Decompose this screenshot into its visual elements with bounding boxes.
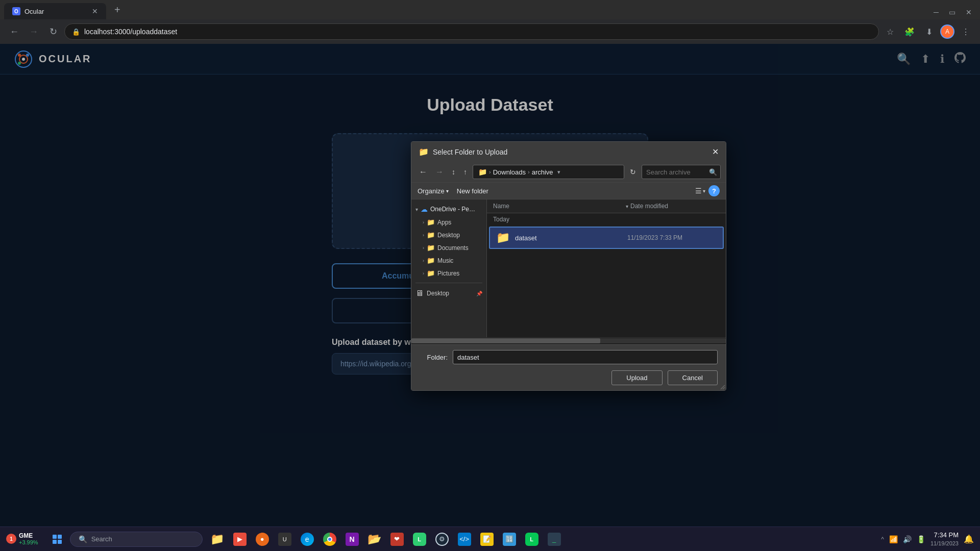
music-expand-icon: › bbox=[423, 258, 424, 263]
taskbar: 1 GME +3.99% 🔍 Search 📁 bbox=[0, 527, 980, 551]
dialog-refresh-button[interactable]: ↻ bbox=[627, 166, 639, 178]
minimize-button[interactable]: ─ bbox=[929, 6, 943, 18]
dialog-forward-button[interactable]: → bbox=[433, 166, 446, 178]
file-dialog: 📁 Select Folder to Upload ✕ ← → ↕ ↑ 📁 › … bbox=[411, 141, 726, 391]
system-tray-expand[interactable]: ^ bbox=[881, 536, 884, 543]
desktop-folder-icon: 📁 bbox=[427, 231, 435, 239]
breadcrumb-separator-2: › bbox=[528, 169, 530, 175]
sidebar-item-desktop[interactable]: › 📁 Desktop bbox=[411, 229, 486, 241]
dialog-title-icon: 📁 bbox=[419, 147, 429, 157]
col-date-header[interactable]: Date modified bbox=[630, 203, 720, 210]
taskbar-app-sticky[interactable]: 📝 bbox=[476, 529, 498, 550]
onedrive-item[interactable]: ▾ ☁ OneDrive - Perso... bbox=[411, 203, 486, 216]
dialog-close-button[interactable]: ✕ bbox=[712, 147, 719, 157]
breadcrumb-expand-icon[interactable]: ▾ bbox=[557, 169, 560, 176]
stock-change: +3.99% bbox=[19, 539, 38, 546]
folder-name-row: Folder: bbox=[420, 350, 718, 364]
reload-button[interactable]: ↻ bbox=[45, 23, 61, 40]
dialog-up-button[interactable]: ↕ bbox=[449, 166, 458, 178]
maximize-button[interactable]: ▭ bbox=[945, 6, 960, 18]
sidebar-item-pictures[interactable]: › 📁 Pictures bbox=[411, 267, 486, 280]
dialog-scrollbar-track[interactable] bbox=[411, 338, 726, 343]
sidebar-item-apps[interactable]: › 📁 Apps bbox=[411, 216, 486, 229]
documents-label: Documents bbox=[437, 244, 469, 252]
file-item-dataset[interactable]: 📁 dataset 11/19/2023 7:33 PM bbox=[489, 227, 724, 249]
pictures-folder-icon: 📁 bbox=[427, 269, 435, 277]
taskbar-app-terminal[interactable]: _ bbox=[544, 529, 565, 550]
dialog-recent-button[interactable]: ↑ bbox=[461, 166, 470, 178]
menu-button[interactable]: ⋮ bbox=[958, 23, 974, 40]
back-button[interactable]: ← bbox=[6, 23, 22, 40]
dialog-cancel-button[interactable]: Cancel bbox=[668, 370, 718, 385]
extensions-button[interactable]: 🧩 bbox=[901, 23, 918, 40]
documents-folder-icon: 📁 bbox=[427, 244, 435, 252]
time-display[interactable]: 7:34 PM 11/19/2023 bbox=[930, 531, 959, 547]
stock-ticker-symbol: GME bbox=[19, 532, 38, 539]
new-folder-button[interactable]: New folder bbox=[457, 187, 488, 195]
dialog-back-button[interactable]: ← bbox=[416, 166, 430, 178]
sidebar-item-desktop-pinned[interactable]: 🖥 Desktop 📌 bbox=[411, 286, 486, 300]
file-list-area: Name ▾ Date modified Today 📁 dataset 11/… bbox=[487, 199, 726, 337]
taskbar-app-chrome[interactable] bbox=[319, 529, 340, 550]
taskbar-app-red[interactable]: ▶ bbox=[229, 529, 251, 550]
dialog-search-button[interactable]: 🔍 bbox=[706, 168, 720, 176]
view-toggle-button[interactable]: ☰ ▾ bbox=[695, 187, 705, 195]
forward-button[interactable]: → bbox=[26, 23, 42, 40]
taskbar-app-vscode[interactable]: </> bbox=[454, 529, 475, 550]
sidebar-item-documents[interactable]: › 📁 Documents bbox=[411, 241, 486, 254]
dialog-resize-handle[interactable] bbox=[718, 382, 726, 390]
taskbar-app-steam[interactable]: ⚙ bbox=[431, 529, 453, 550]
stock-ticker: 1 GME +3.99% bbox=[6, 532, 38, 546]
wifi-icon: 📶 bbox=[889, 535, 898, 543]
taskbar-search[interactable]: 🔍 Search bbox=[70, 532, 203, 547]
folder-label: Folder: bbox=[420, 354, 448, 361]
taskbar-search-icon: 🔍 bbox=[79, 535, 87, 543]
taskbar-app-line2[interactable]: L bbox=[521, 529, 543, 550]
breadcrumb-path[interactable]: 📁 › Downloads › archive ▾ bbox=[473, 165, 624, 179]
dialog-upload-button[interactable]: Upload bbox=[611, 370, 662, 385]
apps-folder-icon: 📁 bbox=[427, 218, 435, 226]
desktop-label: Desktop bbox=[437, 232, 460, 239]
dialog-titlebar: 📁 Select Folder to Upload ✕ bbox=[411, 142, 726, 162]
organize-button[interactable]: Organize ▾ bbox=[418, 187, 449, 195]
taskbar-app-blender[interactable]: ● bbox=[252, 529, 273, 550]
battery-icon: 🔋 bbox=[917, 535, 925, 543]
dialog-search-input[interactable] bbox=[642, 168, 706, 176]
tab-close-icon[interactable]: ✕ bbox=[92, 7, 98, 15]
taskbar-app-onenote[interactable]: N bbox=[341, 529, 363, 550]
sidebar-item-music[interactable]: › 📁 Music bbox=[411, 254, 486, 267]
breadcrumb-downloads: Downloads bbox=[493, 168, 526, 176]
new-tab-button[interactable]: + bbox=[110, 4, 125, 16]
folder-input[interactable] bbox=[453, 350, 718, 364]
profile-button[interactable]: A bbox=[940, 24, 954, 39]
bookmark-button[interactable]: ☆ bbox=[882, 23, 898, 40]
taskbar-app-folder2[interactable]: 📂 bbox=[364, 529, 385, 550]
browser-tab[interactable]: O Ocular ✕ bbox=[4, 3, 106, 19]
onedrive-expand-icon: ▾ bbox=[415, 207, 418, 212]
taskbar-app-edge[interactable]: e bbox=[297, 529, 318, 550]
taskbar-app-file-explorer[interactable]: 📁 bbox=[207, 529, 228, 550]
dataset-folder-icon: 📁 bbox=[496, 231, 510, 244]
close-button[interactable]: ✕ bbox=[962, 6, 976, 18]
taskbar-app-line[interactable]: L bbox=[409, 529, 430, 550]
taskbar-app-red2[interactable]: ❤ bbox=[386, 529, 408, 550]
dialog-scrollbar-thumb[interactable] bbox=[411, 338, 600, 343]
address-bar[interactable]: 🔒 localhost:3000/uploaddataset bbox=[64, 23, 879, 40]
documents-expand-icon: › bbox=[423, 245, 424, 251]
download-button[interactable]: ⬇ bbox=[921, 23, 937, 40]
dialog-content-area: ▾ ☁ OneDrive - Perso... › 📁 Apps › 📁 Des… bbox=[411, 199, 726, 337]
breadcrumb-archive: archive bbox=[532, 168, 553, 176]
view-list-icon: ☰ bbox=[695, 187, 702, 195]
volume-icon: 🔊 bbox=[903, 535, 912, 543]
url-text: localhost:3000/uploaddataset bbox=[84, 28, 871, 36]
notification-button[interactable]: 🔔 bbox=[964, 534, 974, 544]
taskbar-app-calc[interactable]: 🔢 bbox=[499, 529, 520, 550]
taskbar-app-unity[interactable]: U bbox=[274, 529, 296, 550]
col-name-header[interactable]: Name bbox=[493, 203, 626, 210]
help-button[interactable]: ? bbox=[708, 185, 720, 196]
dialog-action-toolbar: Organize ▾ New folder ☰ ▾ ? bbox=[411, 183, 726, 199]
desktop-expand-icon: › bbox=[423, 233, 424, 238]
dialog-title-content: 📁 Select Folder to Upload bbox=[419, 147, 507, 157]
start-button[interactable] bbox=[46, 529, 68, 550]
dialog-nav-toolbar: ← → ↕ ↑ 📁 › Downloads › archive ▾ ↻ 🔍 bbox=[411, 162, 726, 183]
